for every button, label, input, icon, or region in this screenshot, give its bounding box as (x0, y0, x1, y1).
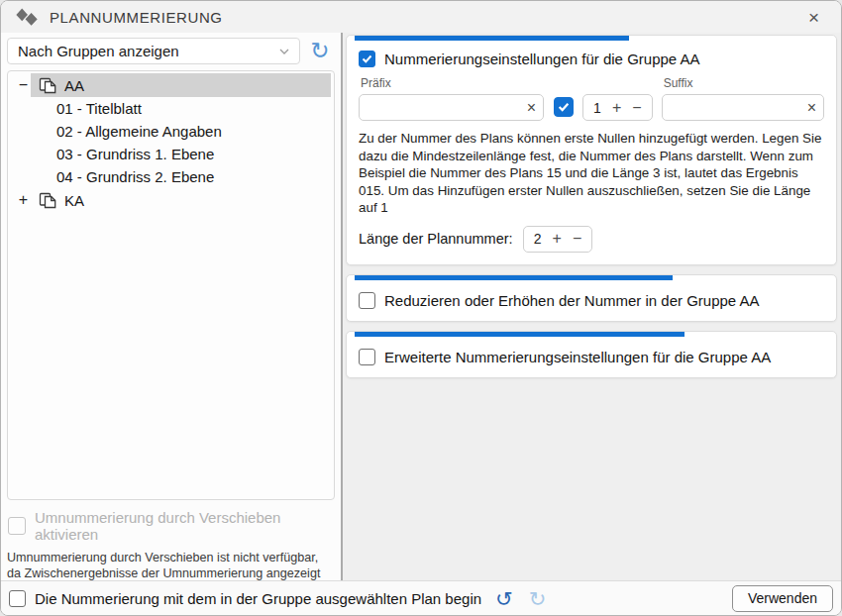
suffix-input[interactable] (662, 94, 824, 121)
plus-icon[interactable]: + (612, 100, 621, 116)
start-with-selected-plan-checkbox[interactable] (9, 590, 26, 607)
reduce-increase-checkbox[interactable] (359, 292, 375, 309)
reduce-increase-card: Reduzieren oder Erhöhen der Nummer in de… (346, 274, 837, 322)
move-renumber-checkbox (8, 517, 26, 535)
tree-item-plan[interactable]: 02 - Allgemeine Angaben (8, 120, 334, 143)
left-panel: Nach Gruppen anzeigen ↻ − (1, 33, 341, 580)
layout-group-icon (39, 77, 57, 94)
undo-icon[interactable]: ↺ (495, 588, 513, 609)
prefix-label: Präfix (361, 76, 544, 90)
expand-icon[interactable]: + (16, 191, 31, 209)
advanced-settings-card: Erweiterte Nummerierungseinstellungen fü… (346, 331, 837, 378)
tree-group-label: AA (64, 77, 84, 94)
minus-icon[interactable]: − (573, 231, 581, 247)
plan-number-length-label: Länge der Plannummer: (359, 231, 513, 247)
layout-group-icon (39, 192, 57, 209)
redo-icon[interactable]: ↻ (529, 588, 547, 609)
right-panel: Nummerierungseinstellungen für die Grupp… (343, 33, 841, 580)
tree-item-plan[interactable]: 01 - Titelblatt (8, 97, 334, 120)
numbering-settings-card: Nummerierungseinstellungen für die Grupp… (346, 35, 837, 265)
plan-number-length-stepper: 2 + − (523, 226, 593, 253)
plan-numbering-dialog: PLANNUMMERIERUNG × Nach Gruppen anzeigen… (0, 0, 842, 616)
accent-bar (355, 275, 673, 280)
group-view-select-value: Nach Gruppen anzeigen (18, 43, 179, 59)
clear-icon[interactable]: × (527, 99, 536, 115)
accent-bar (355, 332, 684, 337)
prefix-input[interactable] (359, 94, 544, 121)
tree-group-label: KA (64, 192, 84, 209)
group-view-select[interactable]: Nach Gruppen anzeigen (7, 38, 300, 64)
suffix-label: Suffix (664, 76, 824, 90)
tree-item-plan[interactable]: 03 - Grundriss 1. Ebene (8, 143, 334, 165)
apply-button[interactable]: Verwenden (732, 585, 833, 612)
step-value[interactable]: 1 (593, 100, 601, 116)
advanced-settings-checkbox[interactable] (359, 349, 375, 365)
app-logo-icon (15, 7, 41, 27)
title-bar: PLANNUMMERIERUNG × (1, 1, 841, 33)
tree-group-aa-row[interactable]: AA (31, 73, 331, 97)
plus-icon[interactable]: + (553, 231, 562, 247)
reduce-increase-title: Reduzieren oder Erhöhen der Nummer in de… (384, 292, 760, 309)
chevron-down-icon (279, 49, 289, 54)
footer-bar: Die Nummerierung mit dem in der Gruppe a… (1, 580, 841, 615)
tree-group-aa[interactable]: − AA (8, 73, 334, 97)
step-stepper: 1 + − (582, 94, 653, 121)
dialog-title: PLANNUMMERIERUNG (50, 9, 223, 26)
close-icon[interactable]: × (800, 6, 827, 29)
main-area: Nach Gruppen anzeigen ↻ − (1, 33, 841, 580)
tree-group-ka-row[interactable]: KA (31, 188, 331, 212)
tree-group-ka[interactable]: + KA (8, 188, 334, 212)
numbering-settings-checkbox[interactable] (359, 51, 375, 67)
accent-bar (355, 36, 629, 41)
clear-icon[interactable]: × (807, 99, 816, 115)
step-checkbox[interactable] (554, 97, 574, 117)
numbering-settings-title: Nummerierungseinstellungen für die Grupp… (384, 51, 700, 67)
tree-item-plan[interactable]: 04 - Grundriss 2. Ebene (8, 165, 334, 188)
move-renumber-label: Umnummerierung durch Verschieben aktivie… (35, 509, 335, 543)
advanced-settings-title: Erweiterte Nummerierungseinstellungen fü… (384, 349, 771, 365)
start-with-selected-plan-label: Die Nummerierung mit dem in der Gruppe a… (35, 590, 481, 607)
length-value[interactable]: 2 (534, 231, 542, 247)
refresh-icon[interactable]: ↻ (305, 40, 335, 62)
minus-icon[interactable]: − (632, 100, 641, 116)
plan-tree: − AA 01 - Titelblatt 02 - Allgeme (7, 70, 335, 500)
leading-zeros-description: Zu der Nummer des Plans können erste Nul… (359, 130, 824, 217)
collapse-icon[interactable]: − (16, 76, 31, 94)
